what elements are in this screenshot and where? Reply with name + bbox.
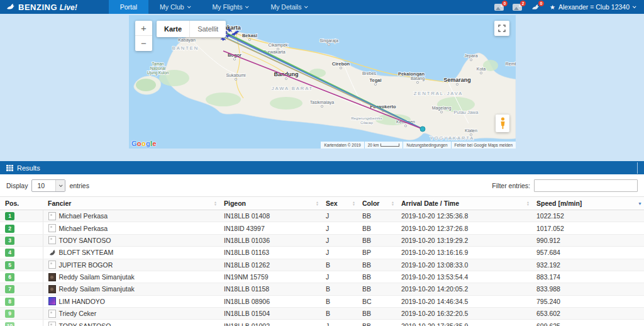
map-label: Kota (477, 67, 486, 71)
map-zoom-control: + − (135, 21, 152, 51)
map-label: Klaten (465, 128, 477, 133)
nav-menu: PortalMy ClubMy FlightsMy Details (109, 0, 319, 14)
fancier-cell: Reddy Sailam Simanjutak (43, 271, 219, 283)
filter-label: Filter entries: (492, 182, 530, 189)
color-cell: BB (357, 222, 396, 234)
map-type-karte-button[interactable]: Karte (157, 21, 189, 37)
map-city-dot (321, 105, 323, 107)
sex-cell: B (321, 283, 357, 295)
brand-name: BENZING (18, 3, 57, 12)
google-map[interactable]: SerangTangerangJakartaBekasiKabayanBANTE… (129, 15, 516, 149)
report-error-link[interactable]: Fehler bei Google Maps melden (452, 142, 516, 149)
color-cell: BC (357, 295, 396, 307)
results-panel-header[interactable]: Results (0, 161, 644, 174)
nav-item-my-club[interactable]: My Club (148, 0, 201, 14)
photo-icon-button[interactable]: 2 (513, 3, 523, 11)
position-cell: 7 (0, 283, 43, 295)
zoom-in-button[interactable]: + (135, 21, 152, 36)
table-row[interactable]: 2Michael PerkasaIN18ID 43997JBB2019-10-2… (0, 222, 644, 234)
column-header-color[interactable]: Color▲▼ (357, 197, 396, 210)
pigeon-cell: IN18LLB 01163 (219, 247, 321, 259)
fancier-avatar (48, 322, 56, 326)
google-logo[interactable]: Google (131, 140, 157, 147)
photo-icon-button[interactable]: 0 (494, 3, 504, 11)
speed-cell: 609.625 (531, 320, 644, 326)
nav-item-my-flights[interactable]: My Flights (201, 0, 260, 14)
zoom-out-button[interactable]: − (135, 36, 152, 51)
nav-item-portal[interactable]: Portal (109, 0, 148, 14)
position-badge: 4 (5, 249, 14, 257)
top-navbar: BENZING Live! PortalMy ClubMy FlightsMy … (0, 0, 644, 14)
position-badge: 7 (5, 285, 14, 293)
map-copyright: Kartendaten © 2019 (321, 142, 364, 149)
arrival-cell: 2019-10-20 13:08:33.0 (396, 259, 531, 271)
color-cell: BP (357, 247, 396, 259)
column-header-sex[interactable]: Sex▲▼ (321, 197, 357, 210)
star-icon: ★ (550, 4, 555, 11)
position-cell: 8 (0, 295, 43, 307)
map-type-satellit-button[interactable]: Satellit (189, 21, 226, 37)
sort-desc-icon: ▼ (638, 201, 642, 206)
sort-carets-icon: ▲▼ (526, 201, 530, 206)
select-caret-icon (55, 180, 65, 191)
sex-cell: J (321, 222, 357, 234)
map-city-dot (340, 67, 341, 69)
pigeon-avatar-icon (48, 249, 56, 257)
user-menu[interactable]: ★ Alexander = Club 12340 (550, 3, 635, 11)
color-cell: BB (357, 234, 396, 246)
table-row[interactable]: 8LIM HANDOYOIN18LLB 08906BBC2019-10-20 1… (0, 295, 644, 307)
column-header-pigeon[interactable]: Pigeon▲▼ (219, 197, 321, 210)
speed-cell: 833.988 (531, 283, 644, 295)
map-city-dot (440, 111, 442, 113)
table-row[interactable]: 9Triedy CekerIN18LLB 01504BBB2019-10-20 … (0, 308, 644, 320)
map-label: YOGYAKARTA (430, 135, 474, 141)
pigeon-icon-button[interactable]: 0 (531, 3, 541, 11)
color-cell: BB (357, 283, 396, 295)
fancier-avatar (48, 212, 56, 220)
results-table: Pos.Fancier▲▼Pigeon▲▼Sex▲▼Color▲▼Arrival… (0, 196, 644, 326)
terms-link[interactable]: Nutzungsbedingungen (403, 142, 450, 149)
position-badge: 1 (5, 212, 14, 220)
fancier-cell: BLOFT SKYTEAM (43, 247, 219, 259)
table-row[interactable]: 6Reddy Sailam SimanjutakIN19NM 15759JBB2… (0, 271, 644, 283)
arrival-cell: 2019-10-20 16:32:20.5 (396, 308, 531, 320)
map-city-dot (285, 77, 287, 79)
map-label: Singaraja (319, 38, 338, 43)
table-row[interactable]: 1Michael PerkasaIN18LLB 01408JBB2019-10-… (0, 210, 644, 222)
column-header-fancier[interactable]: Fancier▲▼ (43, 197, 219, 210)
table-controls: Display 10 entries Filter entries: (0, 174, 644, 196)
position-cell: 3 (0, 234, 43, 246)
column-header-pos: Pos. (0, 197, 43, 210)
table-row[interactable]: 10TODY SANTOSOIN18LLB 01002JBB2019-10-20… (0, 320, 644, 326)
map-label: BANTEN (172, 45, 199, 51)
map-section: SerangTangerangJakartaBekasiKabayanBANTE… (0, 14, 644, 161)
table-row[interactable]: 4BLOFT SKYTEAMIN18LLB 01163JBP2019-10-20… (0, 247, 644, 259)
brand-logo[interactable]: BENZING Live! (0, 0, 86, 14)
notification-badge: 0 (538, 1, 544, 6)
table-row[interactable]: 7Reddy Sailam SimanjutakIN18LLB 01158BBB… (0, 283, 644, 295)
table-row[interactable]: 5JUPITER BOGORIN18LLB 01262BBB2019-10-20… (0, 259, 644, 271)
pigeon-cell: IN18LLB 01504 (219, 308, 321, 320)
filter-input[interactable] (534, 179, 638, 192)
collapse-chevron-icon[interactable] (637, 162, 638, 174)
pigeon-cell: IN18LLB 01262 (219, 259, 321, 271)
pegman-control[interactable] (496, 115, 509, 132)
table-row[interactable]: 3TODY SANTOSOIN18LLB 01036JBB2019-10-20 … (0, 234, 644, 246)
page-size-select[interactable]: 10 (31, 179, 65, 192)
map-label: ZENTRAL-JAVA (414, 91, 463, 96)
map-city-dot (328, 43, 330, 45)
release-point-marker[interactable] (420, 126, 425, 132)
column-header-speed-m-min[interactable]: Speed [m/min]▼ (531, 197, 644, 210)
notification-badge: 2 (520, 1, 526, 6)
fullscreen-button[interactable] (494, 21, 509, 36)
position-badge: 6 (5, 273, 14, 281)
map-label: Magelang (432, 106, 452, 111)
sort-carets-icon: ▲▼ (316, 201, 319, 206)
nav-item-my-details[interactable]: My Details (259, 0, 318, 14)
column-header-arrival-date-time[interactable]: Arrival Date / Time▲▼ (396, 197, 531, 210)
sort-carets-icon: ▲▼ (352, 201, 355, 206)
chevron-down-icon (245, 4, 249, 8)
map-attribution: Kartendaten © 2019 20 km Nutzungsbedingu… (320, 142, 516, 149)
speed-cell: 653.602 (531, 308, 644, 320)
fancier-name: Triedy Ceker (59, 310, 97, 317)
